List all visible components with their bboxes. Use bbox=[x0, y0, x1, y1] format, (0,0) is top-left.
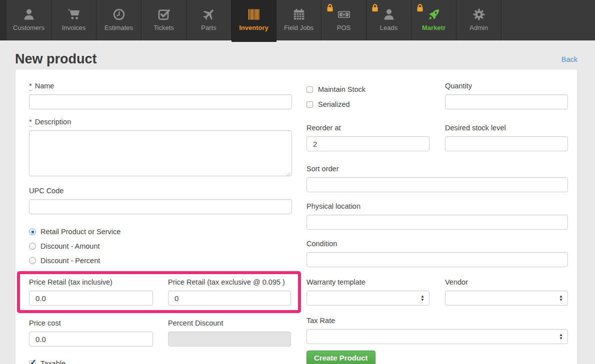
reorder-at-field: Reorder at bbox=[306, 124, 430, 151]
tax-rate-label: Tax Rate bbox=[306, 317, 568, 325]
vendor-field: Vendor ▲▼ bbox=[445, 278, 568, 306]
condition-input[interactable] bbox=[306, 252, 568, 267]
price-retail-inclusive-label: Price Retail (tax inclusive) bbox=[29, 278, 153, 286]
condition-field: Condition bbox=[306, 240, 568, 267]
barcode-icon bbox=[246, 5, 262, 23]
calendar-icon bbox=[292, 5, 306, 23]
tax-rate-field: Tax Rate ▲▼ bbox=[306, 317, 568, 344]
tax-rate-select[interactable]: ▲▼ bbox=[306, 329, 568, 344]
percent-discount-label: Percent Discount bbox=[168, 319, 291, 327]
nav-tab-inventory[interactable]: Inventory bbox=[232, 0, 276, 42]
money-icon: 1 bbox=[336, 5, 352, 23]
price-retail-exclusive-input[interactable] bbox=[168, 291, 291, 306]
physical-location-label: Physical location bbox=[306, 202, 568, 210]
back-link[interactable]: Back bbox=[562, 55, 578, 63]
required-mark: * bbox=[29, 118, 32, 127]
radio-icon bbox=[29, 243, 36, 250]
sort-order-input[interactable] bbox=[306, 177, 568, 192]
svg-text:1: 1 bbox=[343, 12, 345, 16]
nav-tab-label: Inventory bbox=[239, 24, 268, 31]
price-cost-field: Price cost bbox=[29, 319, 153, 347]
radio-label: Retail Product or Service bbox=[40, 228, 120, 236]
maintain-stock-label: Maintain Stock bbox=[318, 85, 366, 93]
check-square-icon bbox=[157, 5, 171, 23]
nav-empty-area bbox=[502, 0, 595, 40]
cart-icon bbox=[67, 5, 81, 23]
warranty-template-select[interactable]: ▲▼ bbox=[306, 291, 430, 306]
top-nav: Customers Invoices Estimates Tickets Par… bbox=[0, 0, 595, 40]
radio-selected-icon bbox=[29, 228, 36, 235]
nav-tab-label: Parts bbox=[201, 24, 216, 31]
physical-location-input[interactable] bbox=[306, 215, 568, 230]
radio-label: Discount - Amount bbox=[40, 242, 100, 250]
nav-tab-field-jobs[interactable]: Field Jobs bbox=[276, 0, 322, 40]
description-field: * Description bbox=[29, 118, 292, 178]
price-retail-inclusive-input[interactable] bbox=[29, 291, 153, 306]
price-retail-exclusive-label: Price Retail (tax exclusive @ 0.095 ) bbox=[168, 278, 291, 286]
radio-label: Discount - Percent bbox=[40, 257, 100, 265]
page-header: New product Back bbox=[15, 40, 578, 64]
nav-tab-label: Customers bbox=[13, 24, 44, 31]
form-left-column: * Name * Description UPC Code Retail Pro… bbox=[29, 82, 292, 364]
sort-order-field: Sort order bbox=[306, 165, 568, 192]
upc-input[interactable] bbox=[29, 199, 292, 214]
price-cost-input[interactable] bbox=[29, 332, 153, 347]
select-arrows-icon: ▲▼ bbox=[559, 295, 563, 302]
radio-discount-amount[interactable]: Discount - Amount bbox=[29, 242, 292, 250]
serialized-checkbox-row[interactable]: Serialized bbox=[306, 100, 430, 108]
nav-tab-label: POS bbox=[337, 24, 350, 31]
desired-stock-level-field: Desired stock level bbox=[445, 124, 568, 151]
quantity-input[interactable] bbox=[445, 94, 568, 109]
description-textarea[interactable] bbox=[29, 130, 292, 176]
new-product-form-card: * Name * Description UPC Code Retail Pro… bbox=[15, 69, 578, 364]
page-title: New product bbox=[15, 51, 97, 67]
checkbox-checked-icon bbox=[29, 361, 36, 364]
nav-tab-estimates[interactable]: Estimates bbox=[96, 0, 142, 40]
nav-tab-marketr[interactable]: Marketr bbox=[412, 0, 456, 40]
nav-tab-label: Admin bbox=[470, 24, 488, 31]
radio-icon bbox=[29, 257, 36, 264]
reorder-at-input[interactable] bbox=[306, 136, 430, 151]
nav-tab-leads[interactable]: Leads bbox=[366, 0, 412, 40]
serialized-label: Serialized bbox=[318, 100, 350, 108]
nav-tab-label: Leads bbox=[380, 24, 398, 31]
name-input[interactable] bbox=[29, 94, 292, 109]
nav-tab-parts[interactable]: Parts bbox=[186, 0, 232, 40]
checkbox-icon bbox=[306, 86, 313, 93]
form-right-column: Maintain Stock Serialized Quantity Reord… bbox=[306, 82, 568, 364]
nav-tab-pos[interactable]: 1 POS bbox=[322, 0, 366, 40]
vendor-label: Vendor bbox=[445, 278, 568, 286]
select-arrows-icon: ▲▼ bbox=[559, 333, 563, 340]
nav-tab-invoices[interactable]: Invoices bbox=[52, 0, 96, 40]
taxable-checkbox-row[interactable]: Taxable bbox=[29, 360, 292, 364]
name-field: * Name bbox=[29, 82, 292, 109]
reorder-at-label: Reorder at bbox=[306, 124, 430, 132]
name-label: * Name bbox=[29, 82, 292, 90]
description-label: * Description bbox=[29, 118, 292, 126]
radio-retail-product-or-service[interactable]: Retail Product or Service bbox=[29, 228, 292, 236]
percent-discount-field: Percent Discount bbox=[168, 319, 291, 347]
clock-icon bbox=[112, 5, 126, 23]
maintain-stock-checkbox-row[interactable]: Maintain Stock bbox=[306, 85, 430, 93]
nav-tab-customers[interactable]: Customers bbox=[6, 0, 52, 40]
quantity-label: Quantity bbox=[445, 82, 568, 90]
rocket-icon bbox=[427, 5, 441, 23]
nav-tab-label: Estimates bbox=[104, 24, 133, 31]
gear-icon bbox=[472, 5, 486, 23]
sort-order-label: Sort order bbox=[306, 165, 568, 173]
nav-tab-tickets[interactable]: Tickets bbox=[142, 0, 186, 40]
lock-icon bbox=[415, 3, 425, 13]
nav-tab-admin[interactable]: Admin bbox=[456, 0, 502, 40]
price-cost-label: Price cost bbox=[29, 319, 153, 327]
desired-stock-level-input[interactable] bbox=[445, 136, 568, 151]
stock-checkboxes: Maintain Stock Serialized bbox=[306, 82, 430, 115]
vendor-select[interactable]: ▲▼ bbox=[445, 291, 568, 306]
create-product-button[interactable]: Create Product bbox=[306, 351, 376, 364]
person-icon bbox=[22, 5, 36, 23]
required-mark: * bbox=[29, 82, 32, 91]
nav-tab-label: Invoices bbox=[62, 24, 86, 31]
radio-discount-percent[interactable]: Discount - Percent bbox=[29, 257, 292, 265]
physical-location-field: Physical location bbox=[306, 202, 568, 230]
price-retail-exclusive-field: Price Retail (tax exclusive @ 0.095 ) bbox=[168, 278, 291, 306]
select-arrows-icon: ▲▼ bbox=[420, 295, 424, 302]
